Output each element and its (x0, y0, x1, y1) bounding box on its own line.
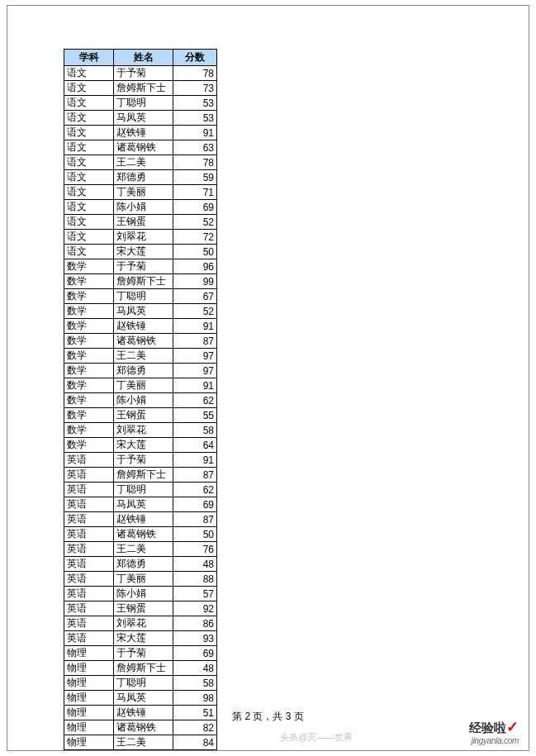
table-row: 数学刘翠花58 (64, 423, 217, 438)
cell-name: 马凤英 (114, 497, 173, 512)
cell-name: 王二美 (114, 735, 173, 750)
cell-subject: 英语 (64, 572, 114, 587)
cell-subject: 语文 (64, 140, 114, 155)
cell-subject: 英语 (64, 542, 114, 557)
cell-score: 58 (173, 423, 217, 438)
cell-name: 郑德勇 (114, 557, 173, 572)
cell-score: 88 (173, 572, 217, 587)
table-row: 数学马凤英52 (64, 304, 217, 319)
cell-score: 91 (173, 453, 217, 468)
table-row: 英语马凤英69 (64, 497, 217, 512)
cell-name: 于予菊 (114, 646, 173, 661)
cell-subject: 英语 (64, 483, 114, 497)
cell-name: 詹姆斯下士 (114, 81, 173, 96)
table-row: 语文诸葛钢铁63 (64, 140, 217, 155)
cell-subject: 英语 (64, 587, 114, 601)
cell-name: 赵铁锤 (114, 126, 173, 140)
cell-name: 马凤英 (114, 304, 173, 319)
cell-score: 50 (173, 527, 217, 542)
table-row: 数学宋大莲64 (64, 438, 217, 453)
cell-score: 98 (173, 691, 217, 706)
cell-name: 王二美 (114, 542, 173, 557)
cell-subject: 数学 (64, 378, 114, 393)
table-row: 语文王钢蛋52 (64, 215, 217, 230)
cell-score: 91 (173, 126, 217, 140)
cell-subject: 物理 (64, 661, 114, 676)
table-row: 英语赵铁锤87 (64, 512, 217, 527)
cell-subject: 数学 (64, 393, 114, 408)
cell-subject: 语文 (64, 200, 114, 215)
cell-subject: 英语 (64, 601, 114, 616)
cell-score: 72 (173, 230, 217, 245)
table-row: 物理于予菊69 (64, 646, 217, 661)
table-row: 语文陈小娟69 (64, 200, 217, 215)
cell-name: 宋大莲 (114, 245, 173, 259)
cell-subject: 英语 (64, 557, 114, 572)
cell-name: 丁聪明 (114, 676, 173, 691)
cell-score: 92 (173, 601, 217, 616)
table-row: 英语詹姆斯下士87 (64, 468, 217, 483)
check-icon: ✓ (506, 719, 519, 735)
cell-subject: 数学 (64, 319, 114, 334)
cell-subject: 语文 (64, 81, 114, 96)
cell-subject: 物理 (64, 646, 114, 661)
cell-subject: 英语 (64, 631, 114, 646)
cell-name: 陈小娟 (114, 200, 173, 215)
table-row: 英语郑德勇48 (64, 557, 217, 572)
cell-name: 丁美丽 (114, 185, 173, 200)
table-row: 物理王二美84 (64, 735, 217, 750)
cell-name: 詹姆斯下士 (114, 274, 173, 289)
cell-name: 陈小娟 (114, 393, 173, 408)
cell-score: 69 (173, 200, 217, 215)
cell-subject: 英语 (64, 453, 114, 468)
cell-score: 62 (173, 393, 217, 408)
cell-score: 53 (173, 96, 217, 111)
header-row: 学科 姓名 分数 (64, 50, 217, 66)
cell-subject: 数学 (64, 289, 114, 304)
cell-name: 郑德勇 (114, 364, 173, 378)
table-row: 语文刘翠花72 (64, 230, 217, 245)
table-row: 英语诸葛钢铁50 (64, 527, 217, 542)
cell-score: 87 (173, 468, 217, 483)
cell-subject: 数学 (64, 304, 114, 319)
cell-subject: 物理 (64, 735, 114, 750)
cell-score: 73 (173, 81, 217, 96)
cell-name: 刘翠花 (114, 423, 173, 438)
table-row: 数学丁聪明67 (64, 289, 217, 304)
cell-score: 78 (173, 66, 217, 81)
cell-score: 87 (173, 334, 217, 349)
cell-subject: 语文 (64, 155, 114, 170)
table-row: 语文詹姆斯下士73 (64, 81, 217, 96)
header-name: 姓名 (114, 50, 173, 66)
table-row: 英语刘翠花86 (64, 616, 217, 631)
cell-name: 诸葛钢铁 (114, 140, 173, 155)
cell-name: 丁聪明 (114, 96, 173, 111)
watermark-brand: 经验啦✓ (469, 718, 519, 736)
cell-subject: 语文 (64, 215, 114, 230)
table-row: 数学丁美丽91 (64, 378, 217, 393)
table-row: 语文马凤英53 (64, 111, 217, 126)
cell-subject: 语文 (64, 170, 114, 185)
cell-subject: 数学 (64, 408, 114, 423)
cell-score: 52 (173, 215, 217, 230)
cell-name: 丁美丽 (114, 572, 173, 587)
cell-score: 64 (173, 438, 217, 453)
cell-score: 69 (173, 497, 217, 512)
cell-subject: 英语 (64, 616, 114, 631)
cell-subject: 数学 (64, 259, 114, 274)
watermark-source: 头条@灭——世界 (280, 731, 420, 744)
cell-score: 69 (173, 646, 217, 661)
table-row: 数学诸葛钢铁87 (64, 334, 217, 349)
header-score: 分数 (173, 50, 217, 66)
cell-name: 王钢蛋 (114, 215, 173, 230)
cell-score: 71 (173, 185, 217, 200)
cell-score: 84 (173, 735, 217, 750)
cell-subject: 英语 (64, 512, 114, 527)
cell-name: 宋大莲 (114, 631, 173, 646)
table-row: 英语王钢蛋92 (64, 601, 217, 616)
cell-name: 王二美 (114, 349, 173, 364)
header-subject: 学科 (64, 50, 114, 66)
cell-subject: 语文 (64, 66, 114, 81)
watermark-url: jingyanla.com (469, 736, 519, 745)
table-row: 数学郑德勇97 (64, 364, 217, 378)
